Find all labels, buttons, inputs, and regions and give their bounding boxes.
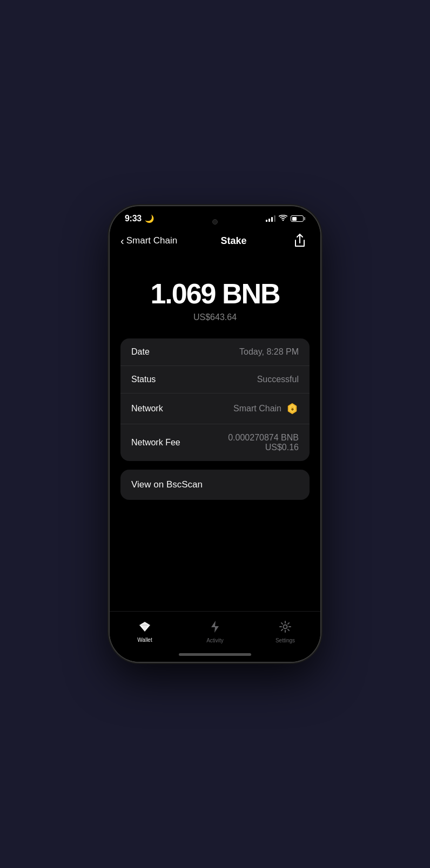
dynamic-island-camera	[212, 219, 218, 225]
wallet-icon	[138, 621, 151, 635]
status-time: 9:33	[125, 214, 142, 223]
page-title: Stake	[221, 235, 247, 247]
phone-frame: 9:33 🌙	[110, 206, 320, 662]
moon-icon: 🌙	[145, 214, 154, 223]
date-row: Date Today, 8:28 PM	[120, 338, 310, 366]
svg-point-8	[284, 625, 287, 629]
network-fee-bnb: 0.000270874 BNB	[228, 433, 299, 443]
tab-bar: Wallet Activity	[110, 611, 320, 647]
settings-tab-label: Settings	[276, 638, 295, 643]
nav-bar: ‹ Smart Chain Stake	[110, 227, 320, 257]
bnb-cube-icon: ◆	[286, 402, 299, 415]
tab-wallet[interactable]: Wallet	[110, 618, 180, 646]
network-fee-label: Network Fee	[131, 438, 180, 447]
wifi-icon	[279, 214, 287, 223]
activity-tab-label: Activity	[206, 638, 224, 643]
tab-activity[interactable]: Activity	[180, 617, 250, 647]
date-value: Today, 8:28 PM	[239, 347, 299, 357]
status-icons	[266, 214, 305, 223]
amount-primary: 1.069 BNB	[120, 279, 310, 309]
bscscan-button[interactable]: View on BscScan	[120, 470, 310, 500]
network-value-container: Smart Chain ◆	[233, 402, 299, 415]
status-value: Successful	[257, 375, 299, 384]
status-label: Status	[131, 375, 156, 384]
wallet-tab-label: Wallet	[137, 637, 152, 643]
back-chevron-icon: ‹	[120, 235, 124, 247]
bscscan-label: View on BscScan	[131, 479, 203, 490]
home-indicator	[110, 647, 320, 662]
network-row: Network Smart Chain ◆	[120, 394, 310, 424]
network-fee-usd: US$0.16	[265, 443, 299, 452]
status-row: Status Successful	[120, 366, 310, 394]
back-button[interactable]: ‹ Smart Chain	[120, 235, 177, 247]
svg-marker-7	[211, 621, 219, 633]
info-card: Date Today, 8:28 PM Status Successful Ne…	[120, 338, 310, 461]
signal-icon	[266, 215, 276, 222]
network-label: Network	[131, 404, 163, 413]
network-value: Smart Chain	[233, 404, 281, 413]
settings-icon	[279, 620, 292, 635]
phone-screen: 9:33 🌙	[110, 206, 320, 662]
svg-text:◆: ◆	[291, 408, 294, 411]
share-button[interactable]	[290, 231, 310, 250]
network-fee-row: Network Fee 0.000270874 BNB US$0.16	[120, 424, 310, 461]
amount-usd: US$643.64	[120, 313, 310, 322]
network-fee-value: 0.000270874 BNB US$0.16	[228, 433, 299, 452]
battery-icon	[291, 215, 305, 222]
main-content: 1.069 BNB US$643.64 Date Today, 8:28 PM …	[110, 257, 320, 611]
date-label: Date	[131, 347, 150, 357]
share-icon	[294, 234, 306, 248]
activity-icon	[210, 620, 220, 635]
tab-settings[interactable]: Settings	[250, 617, 320, 647]
home-indicator-bar	[179, 653, 251, 656]
back-label: Smart Chain	[126, 235, 177, 246]
amount-section: 1.069 BNB US$643.64	[120, 268, 310, 338]
dynamic-island	[183, 213, 247, 231]
